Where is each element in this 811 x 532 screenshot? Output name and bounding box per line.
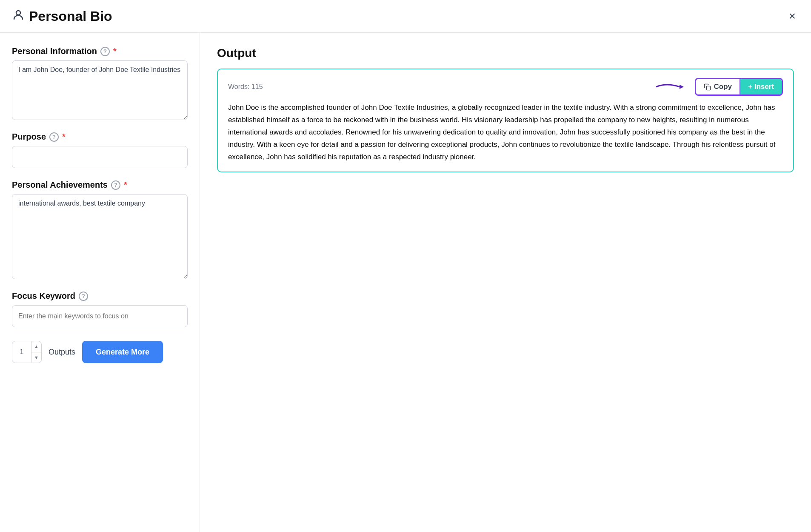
left-panel: Personal Information ? * I am John Doe, … xyxy=(0,33,200,532)
output-card-header: Words: 115 xyxy=(228,78,783,96)
purpose-input[interactable]: upload on a persoanl website xyxy=(12,146,188,168)
achievements-group: Personal Achievements ? * international … xyxy=(12,180,188,279)
counter-value: 1 xyxy=(12,348,31,356)
output-card: Words: 115 xyxy=(217,69,794,172)
close-button[interactable]: × xyxy=(785,8,799,25)
outputs-label: Outputs xyxy=(49,348,75,357)
content-area: Personal Information ? * I am John Doe, … xyxy=(0,33,811,532)
word-count: Words: 115 xyxy=(228,83,263,91)
copy-icon xyxy=(704,83,711,91)
purpose-label: Purpose ? * xyxy=(12,132,188,142)
arrow-indicator xyxy=(654,80,688,93)
insert-button[interactable]: + Insert xyxy=(740,79,782,94)
page-title: Personal Bio xyxy=(29,9,112,24)
achievements-required: * xyxy=(124,180,127,190)
copy-button[interactable]: Copy xyxy=(696,79,741,94)
purpose-help-icon[interactable]: ? xyxy=(49,132,59,142)
personal-info-group: Personal Information ? * I am John Doe, … xyxy=(12,46,188,120)
output-title: Output xyxy=(217,46,794,60)
output-action-buttons: Copy + Insert xyxy=(695,78,783,96)
counter-down-button[interactable]: ▼ xyxy=(31,352,41,363)
counter-up-button[interactable]: ▲ xyxy=(31,341,41,352)
person-icon xyxy=(12,9,25,24)
focus-keyword-group: Focus Keyword ? xyxy=(12,291,188,327)
svg-rect-2 xyxy=(706,86,710,90)
focus-keyword-help-icon[interactable]: ? xyxy=(79,292,88,301)
personal-info-help-icon[interactable]: ? xyxy=(100,47,110,56)
outputs-counter: 1 ▲ ▼ xyxy=(12,341,42,363)
generate-more-button[interactable]: Generate More xyxy=(82,341,163,363)
right-panel: Output Words: 115 xyxy=(200,33,811,532)
focus-keyword-label: Focus Keyword ? xyxy=(12,291,188,301)
counter-arrows: ▲ ▼ xyxy=(31,341,41,363)
modal: Personal Bio × Personal Information ? * … xyxy=(0,0,811,532)
svg-point-0 xyxy=(16,11,20,15)
personal-info-textarea[interactable]: I am John Doe, founder of John Doe Texti… xyxy=(12,60,188,120)
focus-keyword-input[interactable] xyxy=(12,305,188,327)
personal-info-label: Personal Information ? * xyxy=(12,46,188,56)
bottom-bar: 1 ▲ ▼ Outputs Generate More xyxy=(12,339,188,363)
achievements-label: Personal Achievements ? * xyxy=(12,180,188,190)
purpose-group: Purpose ? * upload on a persoanl website xyxy=(12,132,188,168)
output-text: John Doe is the accomplished founder of … xyxy=(228,102,783,163)
header-left: Personal Bio xyxy=(12,9,112,24)
achievements-textarea[interactable]: international awards, best textile compa… xyxy=(12,194,188,279)
personal-info-required: * xyxy=(113,46,117,56)
modal-header: Personal Bio × xyxy=(0,0,811,33)
svg-marker-1 xyxy=(680,85,684,89)
achievements-help-icon[interactable]: ? xyxy=(111,180,120,190)
purpose-required: * xyxy=(62,132,66,142)
